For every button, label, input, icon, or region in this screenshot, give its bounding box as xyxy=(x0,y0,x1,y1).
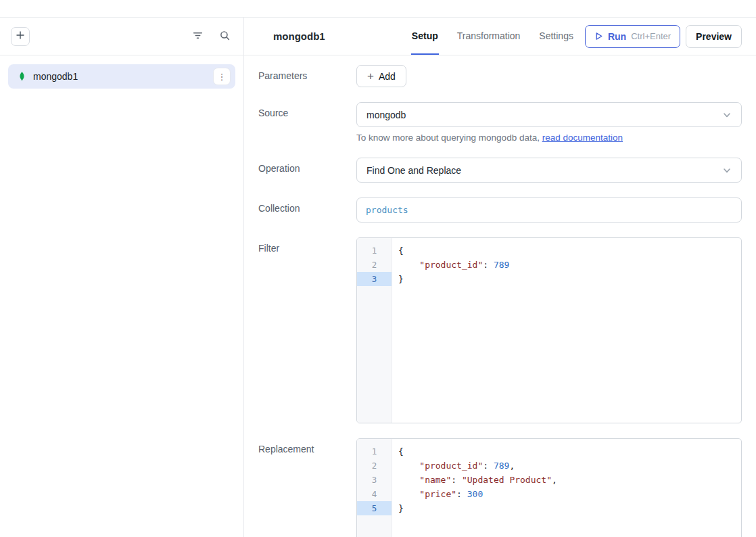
add-parameter-label: Add xyxy=(379,71,396,82)
filter-code-area[interactable]: { "product_id": 789} xyxy=(392,238,741,423)
code-line: "product_id": 789, xyxy=(398,459,741,473)
line-number: 5 xyxy=(357,501,392,515)
operation-select[interactable]: Find One and Replace xyxy=(356,158,742,183)
collection-row: Collection products xyxy=(258,197,742,223)
operation-select-value: Find One and Replace xyxy=(367,165,722,176)
source-select[interactable]: mongodb xyxy=(356,102,742,127)
code-line: { xyxy=(398,243,741,258)
run-button-label: Run xyxy=(608,31,626,42)
query-editor-panel: mongodb1 Setup Transformation Settings R… xyxy=(244,18,756,537)
query-item-menu-button[interactable]: ⋮ xyxy=(213,68,231,85)
parameters-row: Parameters + Add xyxy=(258,65,742,87)
replacement-label: Replacement xyxy=(258,438,356,537)
line-number: 2 xyxy=(357,258,392,272)
top-bar xyxy=(0,0,756,18)
preview-button[interactable]: Preview xyxy=(686,25,742,48)
line-number: 3 xyxy=(357,272,392,286)
line-number-gutter: 12345 xyxy=(357,439,392,537)
query-sidebar-header xyxy=(0,18,243,55)
add-query-button[interactable] xyxy=(11,27,30,46)
chevron-down-icon xyxy=(722,166,732,175)
source-label: Source xyxy=(258,102,356,143)
code-line: { xyxy=(398,444,741,459)
plus-icon: + xyxy=(367,70,374,82)
query-list: mongodb1 ⋮ xyxy=(0,55,243,97)
code-line: "price": 300 xyxy=(398,487,741,501)
plus-icon xyxy=(16,30,25,42)
mongodb-leaf-icon xyxy=(17,71,27,82)
collection-input-value: products xyxy=(366,205,408,215)
search-icon xyxy=(219,30,231,43)
line-number: 4 xyxy=(357,487,392,501)
code-line: } xyxy=(398,501,741,515)
run-button[interactable]: Run Ctrl+Enter xyxy=(585,25,680,48)
read-documentation-link[interactable]: read documentation xyxy=(542,133,623,143)
filter-icon xyxy=(192,30,204,43)
filter-label: Filter xyxy=(258,237,356,423)
app-window: mongodb1 ⋮ mongodb1 Setup Transformation… xyxy=(0,0,756,537)
source-row: Source mongodb To know more about queryi… xyxy=(258,102,742,143)
query-item-label: mongodb1 xyxy=(33,71,207,82)
line-number: 1 xyxy=(357,444,392,459)
code-line: "product_id": 789 xyxy=(398,258,741,272)
source-select-value: mongodb xyxy=(367,110,722,120)
filter-queries-button[interactable] xyxy=(189,28,206,45)
code-line: "name": "Updated Product", xyxy=(398,473,741,487)
tab-settings[interactable]: Settings xyxy=(538,18,574,55)
collection-input[interactable]: products xyxy=(356,197,742,223)
tab-bar: Setup Transformation Settings xyxy=(411,18,574,55)
parameters-label: Parameters xyxy=(258,65,356,87)
kebab-icon: ⋮ xyxy=(218,72,227,81)
search-queries-button[interactable] xyxy=(216,28,233,45)
query-setup-form: Parameters + Add Source mongodb xyxy=(244,55,756,537)
filter-row: Filter 123 { "product_id": 789} xyxy=(258,237,742,423)
query-list-item-mongodb1[interactable]: mongodb1 ⋮ xyxy=(8,64,235,89)
collection-label: Collection xyxy=(258,197,356,223)
line-number: 3 xyxy=(357,473,392,487)
source-helper-prefix: To know more about querying mongodb data… xyxy=(356,133,542,143)
run-shortcut-hint: Ctrl+Enter xyxy=(631,31,671,41)
add-parameter-button[interactable]: + Add xyxy=(356,65,406,87)
play-icon xyxy=(594,32,603,41)
replacement-row: Replacement 12345 { "product_id": 789, "… xyxy=(258,438,742,537)
chevron-down-icon xyxy=(722,110,732,120)
source-helper-text: To know more about querying mongodb data… xyxy=(356,133,742,143)
line-number: 2 xyxy=(357,459,392,473)
query-editor-header: mongodb1 Setup Transformation Settings R… xyxy=(244,18,756,55)
tab-transformation[interactable]: Transformation xyxy=(456,18,521,55)
operation-label: Operation xyxy=(258,158,356,183)
replacement-code-editor[interactable]: 12345 { "product_id": 789, "name": "Upda… xyxy=(356,438,742,537)
replacement-code-area[interactable]: { "product_id": 789, "name": "Updated Pr… xyxy=(392,439,741,537)
tab-setup[interactable]: Setup xyxy=(411,18,439,55)
code-line: } xyxy=(398,272,741,286)
line-number-gutter: 123 xyxy=(357,238,392,423)
app-body: mongodb1 ⋮ mongodb1 Setup Transformation… xyxy=(0,18,756,537)
query-sidebar: mongodb1 ⋮ xyxy=(0,18,244,537)
operation-row: Operation Find One and Replace xyxy=(258,158,742,183)
query-title: mongodb1 xyxy=(273,30,325,42)
line-number: 1 xyxy=(357,243,392,258)
filter-code-editor[interactable]: 123 { "product_id": 789} xyxy=(356,237,742,423)
